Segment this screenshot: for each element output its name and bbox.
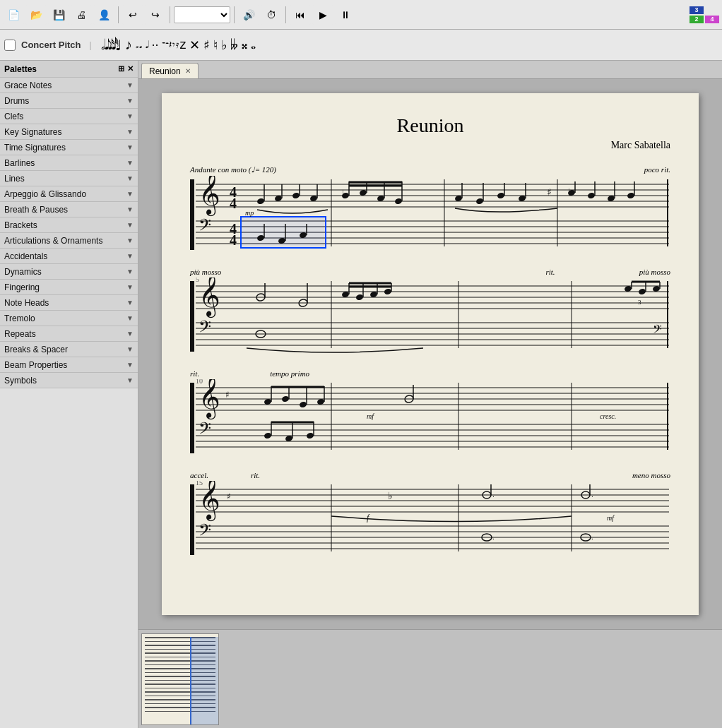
note-sym-3[interactable]: 𝅘𝅥𝅯 <box>107 36 109 54</box>
palette-breath-label: Breath & Pauses <box>4 205 68 215</box>
pause-button[interactable]: ⏸ <box>335 5 356 25</box>
tab-close-button[interactable]: ✕ <box>185 67 191 75</box>
new-button[interactable]: 📄 <box>3 5 24 25</box>
palette-note-heads-chevron: ▼ <box>126 299 134 306</box>
svg-text:3: 3 <box>638 299 641 306</box>
palette-item-breath-pauses[interactable]: Breath & Pauses ▼ <box>0 202 138 217</box>
undo-button[interactable]: ↩ <box>122 5 143 25</box>
palette-item-symbols[interactable]: Symbols ▼ <box>0 373 138 388</box>
staff-system-1: Andante con moto (♩= 120) poco rit. <box>190 165 670 253</box>
mixer-button[interactable]: 👤 <box>93 5 114 25</box>
palette-item-lines[interactable]: Lines ▼ <box>0 171 138 186</box>
note-sym-5[interactable]: ♩ <box>114 36 122 54</box>
note-sym-4[interactable]: 𝅘𝅥𝅰 <box>111 36 112 54</box>
reunion-tab[interactable]: Reunion ✕ <box>141 63 199 78</box>
note-sym-x[interactable]: ✕ <box>189 37 201 54</box>
concert-pitch-checkbox[interactable] <box>4 40 16 51</box>
metronome-button[interactable]: ⏱ <box>261 5 282 25</box>
palette-item-tremolo[interactable]: Tremolo ▼ <box>0 311 138 326</box>
print-button[interactable]: 🖨 <box>71 5 92 25</box>
palette-repeats-label: Repeats <box>4 329 36 339</box>
zoom-select[interactable]: 100% <box>174 6 230 23</box>
palette-item-brackets[interactable]: Brackets ▼ <box>0 217 138 233</box>
separator-3 <box>234 6 235 23</box>
note-sym-1[interactable]: 𝅗𝅥 <box>100 36 102 54</box>
note-sym-nat[interactable]: ♮ <box>213 37 218 54</box>
palette-item-arpeggio[interactable]: Arpeggio & Glissando ▼ <box>0 186 138 202</box>
note-sym-7[interactable]: 𝅗 <box>135 38 136 52</box>
note-sym-9[interactable]: 𝅗𝅥. <box>145 38 149 52</box>
note-symbols-bar: 𝅗𝅥 𝅘𝅥𝅮 𝅘𝅥𝅯 𝅘𝅥𝅰 ♩ ♪ 𝅗 𝅗. 𝅗𝅥. ·· 𝄻 𝄼 𝄽 𝄾 𝄿… <box>100 36 252 54</box>
palette-item-breaks-spacer[interactable]: Breaks & Spacer ▼ <box>0 342 138 357</box>
save-button[interactable]: 💾 <box>48 5 69 25</box>
palette-note-heads-label: Note Heads <box>4 298 49 308</box>
svg-text:♯: ♯ <box>227 491 231 501</box>
note-sym-dflat[interactable]: 𝄫 <box>230 37 239 53</box>
svg-point-43 <box>475 198 484 205</box>
minimap-content <box>142 637 218 725</box>
tab-label: Reunion <box>149 66 181 76</box>
palette-drums-label: Drums <box>4 96 29 106</box>
palette-item-barlines[interactable]: Barlines ▼ <box>0 155 138 171</box>
palette-item-drums[interactable]: Drums ▼ <box>0 93 138 109</box>
minimap-bar <box>138 629 722 728</box>
svg-text:♯: ♯ <box>225 390 230 400</box>
palette-item-note-heads[interactable]: Note Heads ▼ <box>0 295 138 311</box>
note-sym-rest[interactable]: 𝄿 <box>175 38 177 52</box>
note-sym-dsharp[interactable]: 𝄪 <box>241 37 248 53</box>
voice3-indicator: 4 <box>705 16 719 23</box>
svg-point-51 <box>587 192 596 199</box>
note-sym-6[interactable]: ♪ <box>124 36 133 54</box>
svg-text:mf: mf <box>367 412 374 420</box>
note-sym-z[interactable]: z <box>179 37 187 53</box>
tempo-marking: Andante con moto (♩= 120) <box>190 165 276 174</box>
palette-symbols-label: Symbols <box>4 376 37 386</box>
rewind-button[interactable]: ⏮ <box>290 5 311 25</box>
note-sym-12[interactable]: 𝄼 <box>165 38 166 52</box>
palette-item-key-signatures[interactable]: Key Signatures ▼ <box>0 124 138 140</box>
note-sym-sharp[interactable]: ♯ <box>203 37 211 54</box>
palette-item-grace-notes[interactable]: Grace Notes ▼ <box>0 78 138 93</box>
note-sym-10[interactable]: ·· <box>150 37 159 53</box>
concert-pitch-label: Concert Pitch <box>21 40 81 50</box>
redo-button[interactable]: ↪ <box>145 5 166 25</box>
palette-item-beam-properties[interactable]: Beam Properties ▼ <box>0 357 138 373</box>
svg-text:4: 4 <box>230 196 237 211</box>
rit-4: rit. <box>251 471 260 479</box>
palette-breaks-label: Breaks & Spacer <box>4 345 68 354</box>
note-sym-8[interactable]: 𝅗. <box>138 38 143 52</box>
note-sym-13[interactable]: 𝄽 <box>168 38 170 52</box>
svg-point-89 <box>355 294 364 301</box>
note-sym-11[interactable]: 𝄻 <box>161 38 162 52</box>
palette-item-time-signatures[interactable]: Time Signatures ▼ <box>0 140 138 155</box>
score-scroll[interactable]: Reunion Marc Sabatella Andante con moto … <box>138 79 722 629</box>
play-button[interactable]: ▶ <box>312 5 333 25</box>
palette-item-articulations[interactable]: Articulations & Ornaments ▼ <box>0 233 138 249</box>
note-sym-2[interactable]: 𝅘𝅥𝅮 <box>104 36 105 54</box>
palette-time-sig-chevron: ▼ <box>126 143 134 151</box>
svg-rect-66 <box>190 281 194 352</box>
minimap-rest-area <box>219 633 719 725</box>
staff-system-4: accel. rit. meno mosso <box>190 471 670 559</box>
palette-item-clefs[interactable]: Clefs ▼ <box>0 109 138 124</box>
minimap-thumbnail[interactable] <box>141 633 219 725</box>
palette-symbols-chevron: ▼ <box>126 376 134 384</box>
svg-text:♭: ♭ <box>388 491 393 501</box>
palette-item-fingering[interactable]: Fingering ▼ <box>0 280 138 295</box>
svg-text:.: . <box>591 533 593 541</box>
note-sym-whole[interactable]: 𝅝 <box>250 37 251 53</box>
palette-close-icon[interactable]: ✕ <box>127 64 134 73</box>
palette-expand-icon[interactable]: ⊞ <box>118 64 124 73</box>
palette-item-dynamics[interactable]: Dynamics ▼ <box>0 264 138 280</box>
volume-button[interactable]: 🔊 <box>238 5 259 25</box>
note-sym-flat[interactable]: ♭ <box>220 37 227 54</box>
svg-text:.: . <box>591 491 593 499</box>
palette-item-accidentals[interactable]: Accidentals ▼ <box>0 249 138 264</box>
palette-item-repeats[interactable]: Repeats ▼ <box>0 326 138 342</box>
palette-tremolo-label: Tremolo <box>4 314 35 323</box>
note-sym-14[interactable]: 𝄾 <box>172 38 173 52</box>
tab-bar: Reunion ✕ <box>138 61 722 79</box>
open-button[interactable]: 📂 <box>25 5 47 25</box>
svg-text:4: 4 <box>230 232 237 248</box>
svg-text:.: . <box>492 533 495 541</box>
